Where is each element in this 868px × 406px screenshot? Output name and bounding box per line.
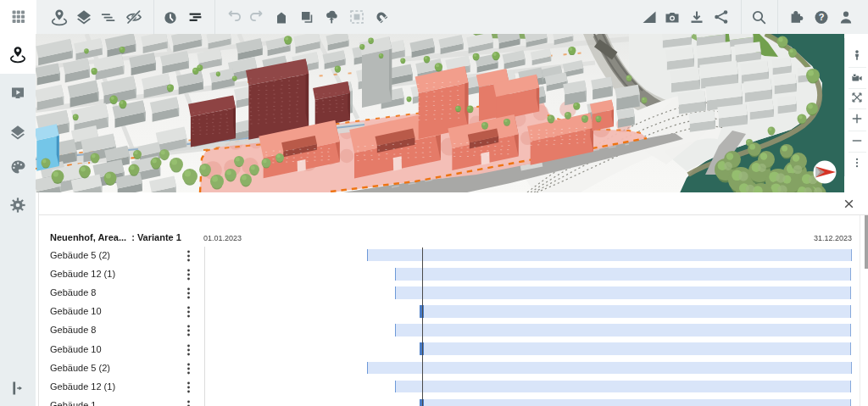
svg-text:?: ? [819,12,825,22]
